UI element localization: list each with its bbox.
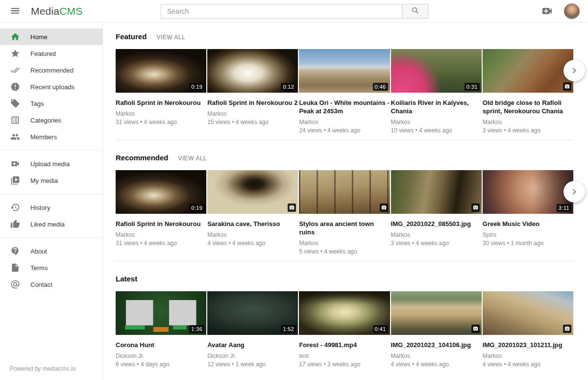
media-meta: 15 views • 4 weeks ago [207, 119, 298, 126]
media-card[interactable]: 1:52Avatar AangDickson Jr.12 views • 1 w… [207, 291, 298, 368]
media-title[interactable]: Rafioli Sprint in Nerokourou 2 [207, 99, 298, 107]
search-input[interactable] [161, 4, 402, 19]
media-thumbnail[interactable] [391, 291, 482, 335]
view-all-link[interactable]: VIEW ALL [178, 155, 207, 162]
media-author[interactable]: Markos [483, 119, 573, 126]
home-icon [10, 32, 20, 42]
photo-type-badge [563, 325, 571, 333]
media-thumbnail[interactable] [483, 49, 573, 93]
media-title[interactable]: Koiliaris River in Kalyves, Chania [391, 99, 482, 115]
media-card[interactable]: 1:36Corona HuntDickson Jr.6 views • 4 da… [116, 291, 206, 368]
header-upload-media-button[interactable] [540, 5, 553, 18]
section-header: Latest [116, 275, 573, 283]
media-card[interactable]: 0:41Forest - 49981.mp4test17 views • 3 w… [299, 291, 390, 368]
sidebar-item-label: History [30, 204, 50, 211]
media-thumbnail[interactable]: 0:12 [207, 49, 298, 93]
media-thumbnail[interactable]: 0:19 [116, 49, 206, 93]
media-title[interactable]: Greek Music Video [483, 220, 573, 228]
media-thumbnail[interactable]: 1:52 [207, 291, 298, 335]
media-card[interactable]: 0:12Rafioli Sprint in Nerokourou 2Markos… [207, 49, 298, 134]
media-title[interactable]: Rafioli Sprint in Nerokourou [116, 220, 206, 228]
media-author[interactable]: Markos [207, 231, 298, 238]
media-thumbnail[interactable] [391, 170, 482, 214]
sidebar-item-members[interactable]: Members [0, 128, 102, 145]
tag-icon [10, 99, 20, 108]
sidebar-item-featured[interactable]: Featured [0, 45, 102, 62]
media-title[interactable]: IMG_20201023_104106.jpg [391, 341, 482, 349]
photo-type-badge [288, 203, 296, 212]
media-author[interactable]: Markos [391, 353, 482, 359]
media-author[interactable]: Spiro [483, 231, 573, 238]
view-all-link[interactable]: VIEW ALL [156, 34, 185, 41]
media-title[interactable]: Old bridge close to Rafioli sprint, Nero… [483, 99, 573, 115]
sidebar-item-recommended[interactable]: Recommended [0, 62, 102, 78]
media-card[interactable]: IMG_20201022_085503.jpgMarkos3 views • 4… [391, 170, 482, 255]
media-title[interactable]: IMG_20201023_101211.jpg [483, 341, 573, 349]
photo-type-badge [380, 203, 388, 212]
search-button[interactable] [402, 4, 428, 19]
sidebar-item-categories[interactable]: Categories [0, 112, 102, 128]
sidebar-item-contact[interactable]: Contact [0, 276, 102, 293]
media-thumbnail[interactable]: 3:11 [483, 170, 573, 214]
sidebar-item-about[interactable]: About [0, 243, 102, 259]
media-title[interactable]: Sarakina cave, Therisso [207, 220, 298, 228]
next-arrow-button[interactable] [564, 181, 585, 203]
media-thumbnail[interactable]: 0:31 [391, 49, 482, 93]
media-title[interactable]: Stylos area ancient town ruins [299, 220, 390, 236]
media-author[interactable]: Markos [391, 119, 482, 126]
media-card[interactable]: 0:19Rafioli Sprint in NerokourouMarkos31… [116, 170, 206, 255]
duration-badge: 3:11 [557, 204, 571, 212]
media-card[interactable]: IMG_20201023_101211.jpgMarkos4 views • 4… [483, 291, 573, 368]
sidebar-item-tags[interactable]: Tags [0, 95, 102, 112]
media-card[interactable]: Sarakina cave, TherissoMarkos4 views • 4… [207, 170, 298, 255]
media-card[interactable]: 3:11Greek Music VideoSpiro30 views • 1 m… [483, 170, 573, 255]
media-thumbnail[interactable] [207, 170, 298, 214]
media-title[interactable]: Leuka Ori - White mountains - Peak at 24… [299, 99, 390, 115]
media-author[interactable]: Markos [299, 119, 390, 126]
media-card[interactable]: 0:19Rafioli Sprint in NerokourouMarkos31… [116, 49, 206, 134]
media-card[interactable]: 0:46Leuka Ori - White mountains - Peak a… [299, 49, 390, 134]
logo[interactable]: MediaCMS [31, 5, 82, 17]
media-author[interactable]: Markos [391, 231, 482, 238]
user-avatar[interactable] [564, 3, 580, 19]
media-title[interactable]: Corona Hunt [116, 341, 206, 349]
card-row: 0:19Rafioli Sprint in NerokourouMarkos31… [116, 49, 573, 134]
sidebar-item-terms[interactable]: Terms [0, 259, 102, 276]
media-title[interactable]: Forest - 49981.mp4 [299, 341, 390, 349]
media-author[interactable]: Markos [207, 110, 298, 117]
media-title[interactable]: IMG_20201022_085503.jpg [391, 220, 482, 228]
next-arrow-button[interactable] [564, 60, 585, 81]
menu-button[interactable] [9, 5, 21, 17]
media-author[interactable]: test [299, 353, 390, 359]
media-author[interactable]: Markos [116, 110, 206, 117]
media-title[interactable]: Avatar Aang [207, 341, 298, 349]
media-author[interactable]: Dickson Jr. [116, 353, 206, 359]
media-author[interactable]: Markos [116, 231, 206, 238]
media-title[interactable]: Rafioli Sprint in Nerokourou [116, 99, 206, 107]
media-author[interactable]: Dickson Jr. [207, 353, 298, 359]
media-meta: 4 views • 4 weeks ago [483, 361, 573, 368]
logo-part2: CMS [59, 5, 82, 17]
media-thumbnail[interactable]: 0:19 [116, 170, 206, 214]
media-card[interactable]: Stylos area ancient town ruinsMarkos5 vi… [299, 170, 390, 255]
media-card[interactable]: Old bridge close to Rafioli sprint, Nero… [483, 49, 573, 134]
media-card[interactable]: 0:31Koiliaris River in Kalyves, ChaniaMa… [391, 49, 482, 134]
media-thumbnail[interactable]: 0:46 [299, 49, 390, 93]
media-author[interactable]: Markos [483, 353, 573, 359]
media-author[interactable]: Markos [299, 240, 390, 247]
sidebar-item-upload-media[interactable]: Upload media [0, 155, 102, 172]
photo-type-badge [563, 82, 571, 91]
sidebar-item-recent-uploads[interactable]: Recent uploads [0, 78, 102, 95]
sidebar-item-home[interactable]: Home [0, 28, 102, 45]
sidebar-item-label: Liked media [30, 221, 65, 228]
media-thumbnail[interactable]: 0:41 [299, 291, 390, 335]
sidebar-item-liked-media[interactable]: Liked media [0, 216, 102, 232]
duration-badge: 0:31 [465, 83, 480, 91]
media-thumbnail[interactable]: 1:36 [116, 291, 206, 335]
media-card[interactable]: IMG_20201023_104106.jpgMarkos4 views • 4… [391, 291, 482, 368]
sidebar-item-my-media[interactable]: My media [0, 172, 102, 189]
media-thumbnail[interactable] [483, 291, 573, 335]
sidebar-item-history[interactable]: History [0, 199, 102, 216]
sidebar-item-label: Featured [30, 50, 56, 57]
media-thumbnail[interactable] [299, 170, 390, 214]
